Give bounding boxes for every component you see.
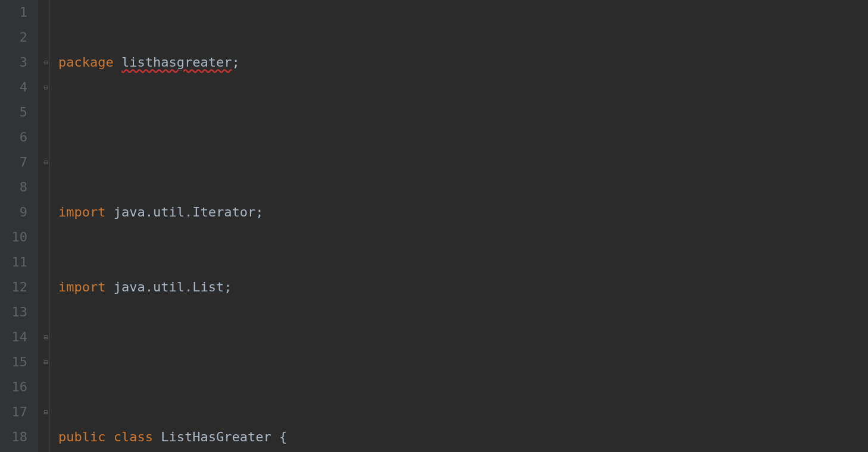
line-number[interactable]: 9	[0, 200, 27, 225]
semicolon: ;	[255, 205, 263, 219]
line-number[interactable]: 17	[0, 400, 27, 425]
code-line[interactable]: import java.util.List;	[56, 275, 868, 300]
open-brace: {	[279, 429, 287, 444]
line-number[interactable]: 7	[0, 150, 27, 175]
line-number[interactable]: 18	[0, 425, 27, 450]
keyword-import: import	[58, 280, 105, 294]
fold-toggle-icon[interactable]: ⊟	[42, 58, 50, 67]
line-number[interactable]: 12	[0, 275, 27, 300]
keyword-import: import	[58, 205, 105, 219]
fold-column: ⊟ ⊟ ⊟ ⊟ ⊟ ⊟	[38, 0, 56, 452]
semicolon: ;	[224, 280, 232, 294]
line-number-gutter: 1 2 3 4 5 6 7 8 9 10 11 12 13 14 15 16 1…	[0, 0, 38, 452]
line-number[interactable]: 8	[0, 175, 27, 200]
code-line[interactable]	[56, 350, 868, 375]
code-line[interactable]: import java.util.Iterator;	[56, 200, 868, 225]
code-content[interactable]: package listhasgreater; import java.util…	[56, 0, 868, 452]
line-number[interactable]: 1	[0, 0, 27, 25]
line-number[interactable]: 13	[0, 300, 27, 325]
package-name: listhasgreater	[121, 55, 232, 70]
fold-toggle-icon[interactable]: ⊟	[42, 83, 50, 92]
keyword-public: public	[58, 429, 105, 444]
semicolon: ;	[232, 55, 239, 70]
keyword-package: package	[58, 55, 114, 70]
import-path: java.util.Iterator	[114, 205, 255, 219]
code-editor[interactable]: 1 2 3 4 5 6 7 8 9 10 11 12 13 14 15 16 1…	[0, 0, 868, 452]
fold-toggle-icon[interactable]: ⊟	[42, 408, 50, 416]
line-number[interactable]: 16	[0, 375, 27, 400]
fold-toggle-icon[interactable]: ⊟	[42, 158, 50, 167]
line-number[interactable]: 5	[0, 100, 27, 125]
line-number[interactable]: 4	[0, 75, 27, 100]
import-path: java.util.List	[114, 280, 224, 294]
line-number[interactable]: 2	[0, 25, 27, 50]
line-number[interactable]: 15	[0, 350, 27, 375]
line-number[interactable]: 6	[0, 125, 27, 150]
line-number[interactable]: 11	[0, 250, 27, 275]
keyword-class: class	[114, 429, 153, 444]
class-name: ListHasGreater	[161, 429, 271, 444]
line-number[interactable]: 10	[0, 225, 27, 250]
fold-toggle-icon[interactable]: ⊟	[42, 333, 50, 341]
code-line[interactable]	[56, 125, 868, 150]
line-number[interactable]: 3	[0, 50, 27, 75]
code-line[interactable]: package listhasgreater;	[56, 50, 868, 75]
gutter-separator	[49, 0, 49, 452]
code-line[interactable]: public class ListHasGreater {	[56, 425, 868, 450]
fold-toggle-icon[interactable]: ⊟	[42, 358, 50, 366]
line-number[interactable]: 14	[0, 325, 27, 350]
